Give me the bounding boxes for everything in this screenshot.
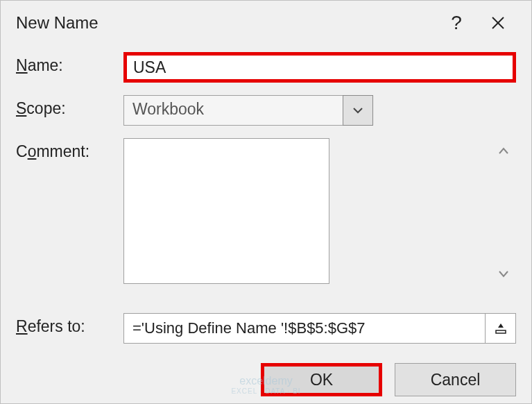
cancel-button[interactable]: Cancel	[395, 363, 516, 396]
close-button[interactable]	[477, 9, 519, 37]
scroll-up-icon[interactable]	[495, 142, 512, 159]
refers-input[interactable]	[123, 313, 486, 344]
new-name-dialog: New Name ? Name: Scope: Workbook	[0, 0, 532, 404]
scope-label: Scope:	[16, 95, 123, 118]
comment-textarea[interactable]	[123, 138, 329, 284]
close-icon	[491, 16, 505, 30]
refers-row: Refers to:	[16, 313, 516, 344]
svg-marker-3	[498, 323, 504, 328]
comment-wrap	[123, 138, 516, 287]
refers-label: Refers to:	[16, 313, 123, 336]
collapse-icon	[495, 322, 507, 335]
scope-select[interactable]: Workbook	[123, 95, 373, 126]
refers-field-wrap	[123, 313, 516, 344]
collapse-dialog-button[interactable]	[486, 313, 516, 344]
comment-row: Comment:	[16, 138, 516, 287]
name-input[interactable]	[123, 52, 516, 83]
chevron-down-icon	[352, 107, 363, 114]
button-row: OK Cancel	[1, 356, 531, 404]
comment-label: Comment:	[16, 138, 123, 161]
titlebar: New Name ?	[1, 1, 531, 44]
scope-value: Workbook	[123, 95, 343, 126]
dialog-title: New Name	[16, 13, 436, 33]
svg-rect-2	[496, 330, 506, 333]
scope-dropdown-button[interactable]	[343, 95, 373, 126]
scroll-down-icon[interactable]	[495, 266, 512, 283]
ok-button[interactable]: OK	[261, 363, 382, 396]
dialog-content: Name: Scope: Workbook Comment:	[1, 44, 531, 356]
name-label: Name:	[16, 52, 123, 75]
scope-row: Scope: Workbook	[16, 95, 516, 126]
help-button[interactable]: ?	[436, 9, 477, 37]
name-field-wrap	[123, 52, 516, 83]
name-row: Name:	[16, 52, 516, 83]
help-icon: ?	[451, 12, 462, 34]
